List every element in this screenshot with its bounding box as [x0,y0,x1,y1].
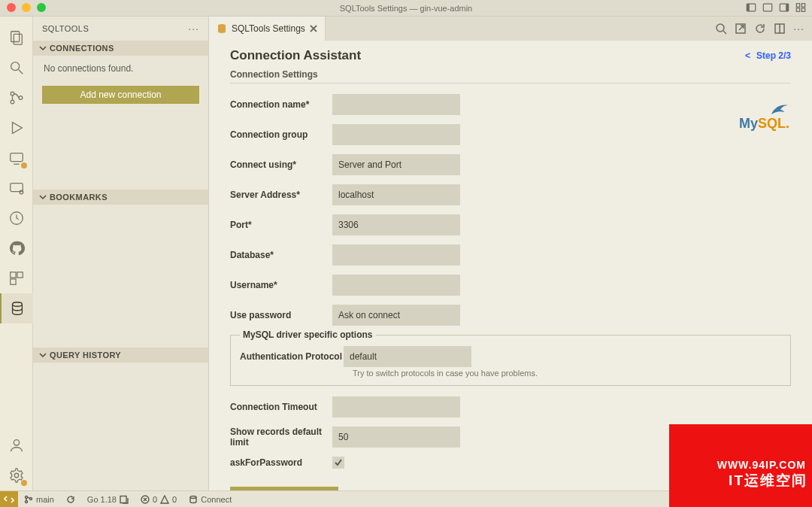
status-connect[interactable]: Connect [183,495,238,504]
no-connections-text: No connections found. [33,56,208,81]
close-icon[interactable] [310,25,317,32]
editor-more-icon[interactable]: ··· [793,23,804,35]
layout-grid-icon[interactable] [795,2,806,13]
svg-rect-21 [10,272,15,278]
refresh-icon[interactable] [754,23,766,35]
window-title: SQLTools Settings — gin-vue-admin [340,4,473,13]
label-database: Database* [230,250,332,260]
activity-run-debug[interactable] [0,113,33,143]
activity-remote-explorer[interactable] [0,173,33,203]
close-window-icon[interactable] [7,3,16,12]
sidebar-more-icon[interactable]: ··· [188,23,199,35]
connection-group-input[interactable] [332,124,460,145]
svg-point-26 [14,473,19,478]
editor-zone: SQLTools Settings ··· Connection Assista… [209,17,812,490]
minimize-window-icon[interactable] [22,3,31,12]
auth-hint: Try to switch protocols in case you have… [353,369,781,378]
add-connection-button[interactable]: Add new connection [42,86,199,104]
svg-rect-23 [10,279,15,284]
svg-rect-8 [801,8,804,11]
tab-sqltools-settings[interactable]: SQLTools Settings [209,17,326,41]
svg-line-12 [18,70,23,74]
auth-protocol-select[interactable] [344,346,471,367]
window-controls [7,3,46,12]
panel-bottom-icon[interactable] [762,2,773,13]
svg-point-11 [11,62,19,71]
port-input[interactable] [332,214,460,235]
divider [230,83,791,83]
step-back-icon[interactable]: < [745,50,750,61]
label-use-password: Use password [230,310,332,320]
remote-indicator[interactable] [0,491,18,508]
title-icons [746,2,806,13]
tab-label: SQLTools Settings [232,23,305,34]
section-query-history[interactable]: QUERY HISTORY [33,348,208,363]
panel-right-icon[interactable] [779,2,789,13]
connection-timeout-input[interactable] [332,396,460,417]
svg-point-38 [190,496,196,498]
svg-rect-6 [801,4,804,7]
mysql-logo: MySQL. [739,116,789,132]
tabs-row: SQLTools Settings ··· [209,17,812,41]
maximize-window-icon[interactable] [37,3,46,12]
status-branch[interactable]: main [18,495,60,504]
page-title: Connection Assistant [230,48,361,63]
panel-left-icon[interactable] [746,2,756,13]
split-editor-icon[interactable] [774,23,786,35]
save-connection-button[interactable]: SAVE CONNECTION [230,487,338,490]
database-icon [217,23,227,34]
svg-point-15 [19,96,23,100]
svg-rect-2 [763,4,771,11]
label-connection-timeout: Connection Timeout [230,402,332,412]
sidebar-title: SQLTOOLS [42,24,89,33]
use-password-select[interactable] [332,305,460,326]
records-limit-input[interactable] [332,427,460,448]
svg-point-34 [26,500,28,502]
status-go-version[interactable]: Go 1.18 [81,495,135,504]
activity-remote[interactable] [0,143,33,173]
titlebar: SQLTools Settings — gin-vue-admin [0,0,812,17]
activity-extensions[interactable] [0,263,33,293]
status-problems[interactable]: 00 [135,495,183,504]
ask-for-password-checkbox[interactable] [332,457,344,469]
activity-timeline[interactable] [0,203,33,233]
activity-github[interactable] [0,233,33,263]
section-subtitle: Connection Settings [230,69,791,80]
username-input[interactable] [332,275,460,296]
svg-point-14 [11,100,14,104]
step-indicator: Step 2/3 [756,50,791,61]
search-icon[interactable] [715,23,727,35]
svg-rect-16 [10,153,23,162]
label-auth-protocol: Authentication Protocol [240,351,344,362]
svg-rect-10 [14,34,22,44]
section-bookmarks[interactable]: BOOKMARKS [33,190,208,205]
label-connect-using: Connect using* [230,159,332,170]
svg-point-19 [20,190,23,194]
label-ask-for-password: askForPassword [230,457,332,468]
section-label: BOOKMARKS [50,193,108,202]
activity-source-control[interactable] [0,83,33,113]
activity-search[interactable] [0,53,33,83]
database-input[interactable] [332,244,460,266]
server-address-input[interactable] [332,184,460,205]
svg-rect-4 [786,4,789,11]
status-bar: main Go 1.18 00 Connect [0,490,812,507]
open-external-icon[interactable] [735,23,747,35]
connect-using-select[interactable] [332,154,460,175]
svg-point-25 [14,440,19,445]
activity-sqltools[interactable] [0,293,33,323]
svg-point-28 [717,24,724,32]
label-server-address: Server Address* [230,190,332,200]
connection-name-input[interactable] [332,94,460,115]
chevron-down-icon [39,351,47,359]
activity-settings[interactable] [0,460,33,490]
activity-account[interactable] [0,430,33,460]
section-label: CONNECTIONS [50,44,114,53]
activity-explorer[interactable] [0,23,33,53]
svg-rect-7 [796,8,799,11]
section-connections[interactable]: CONNECTIONS [33,41,208,56]
dolphin-icon [770,102,789,116]
status-sync[interactable] [60,495,81,504]
svg-rect-5 [796,4,799,7]
svg-rect-9 [11,32,19,42]
